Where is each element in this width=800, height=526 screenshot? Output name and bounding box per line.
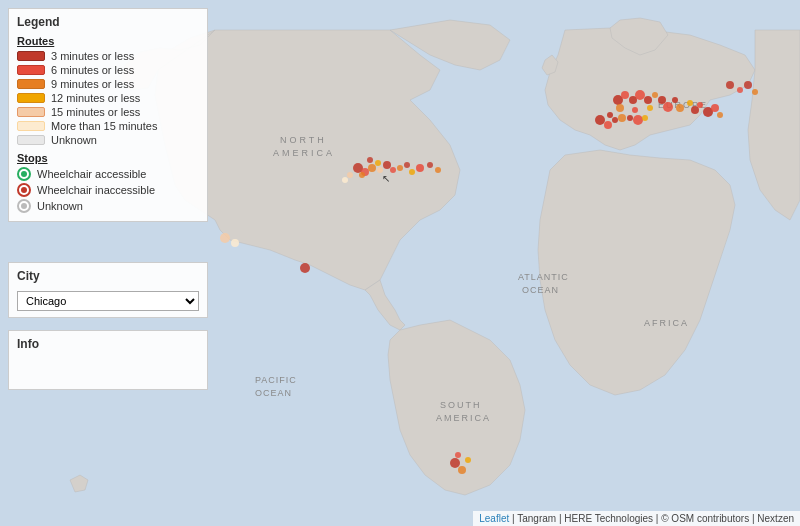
- route-9-label: 9 minutes or less: [51, 78, 134, 90]
- svg-point-43: [607, 112, 613, 118]
- stop-unknown-label: Unknown: [37, 200, 83, 212]
- svg-point-17: [220, 233, 230, 243]
- route-3-label: 3 minutes or less: [51, 50, 134, 62]
- route-more-icon: [17, 121, 45, 131]
- leaflet-link[interactable]: Leaflet: [479, 513, 509, 524]
- svg-point-10: [397, 165, 403, 171]
- route-6-label: 6 minutes or less: [51, 64, 134, 76]
- route-legend-9: 9 minutes or less: [17, 78, 199, 90]
- stop-accessible-icon: [17, 167, 31, 181]
- svg-point-4: [375, 160, 381, 166]
- route-12-icon: [17, 93, 45, 103]
- route-6-icon: [17, 65, 45, 75]
- svg-point-15: [435, 167, 441, 173]
- attribution-bar: Leaflet | Tangram | HERE Technologies | …: [473, 511, 800, 526]
- svg-point-13: [416, 164, 424, 172]
- stops-section-title: Stops: [17, 152, 199, 164]
- stop-inaccessible-legend: Wheelchair inaccessible: [17, 183, 199, 197]
- svg-point-19: [300, 263, 310, 273]
- svg-point-35: [691, 106, 699, 114]
- svg-point-40: [647, 105, 653, 111]
- city-select[interactable]: Chicago New York Los Angeles London Pari…: [17, 291, 199, 311]
- svg-point-56: [347, 172, 353, 178]
- svg-point-14: [427, 162, 433, 168]
- city-panel-title: City: [17, 269, 199, 283]
- svg-point-48: [627, 115, 633, 121]
- svg-point-21: [458, 466, 466, 474]
- svg-point-29: [652, 92, 658, 98]
- svg-point-45: [604, 121, 612, 129]
- svg-point-38: [711, 104, 719, 112]
- route-9-icon: [17, 79, 45, 89]
- legend-title: Legend: [17, 15, 199, 29]
- route-more-label: More than 15 minutes: [51, 120, 157, 132]
- svg-point-34: [687, 100, 693, 106]
- svg-point-52: [737, 87, 743, 93]
- svg-point-36: [697, 102, 703, 108]
- svg-point-30: [658, 96, 666, 104]
- svg-point-18: [231, 239, 239, 247]
- route-legend-more: More than 15 minutes: [17, 120, 199, 132]
- svg-point-50: [642, 115, 648, 121]
- stop-inaccessible-label: Wheelchair inaccessible: [37, 184, 155, 196]
- svg-point-8: [383, 161, 391, 169]
- svg-point-20: [450, 458, 460, 468]
- svg-point-12: [409, 169, 415, 175]
- route-unknown-icon: [17, 135, 45, 145]
- svg-point-3: [368, 164, 376, 172]
- svg-point-51: [726, 81, 734, 89]
- svg-point-41: [632, 107, 638, 113]
- svg-point-25: [621, 91, 629, 99]
- stop-unknown-legend: Unknown: [17, 199, 199, 213]
- route-12-label: 12 minutes or less: [51, 92, 140, 104]
- svg-point-5: [367, 157, 373, 163]
- svg-point-44: [595, 115, 605, 125]
- svg-point-42: [616, 104, 624, 112]
- svg-point-32: [672, 97, 678, 103]
- svg-point-28: [644, 96, 652, 104]
- route-legend-6: 6 minutes or less: [17, 64, 199, 76]
- route-15-label: 15 minutes or less: [51, 106, 140, 118]
- svg-point-33: [676, 104, 684, 112]
- info-panel-title: Info: [17, 337, 199, 351]
- stop-inaccessible-icon: [17, 183, 31, 197]
- routes-section-title: Routes: [17, 35, 199, 47]
- route-legend-3: 3 minutes or less: [17, 50, 199, 62]
- city-panel: City Chicago New York Los Angeles London…: [8, 262, 208, 318]
- svg-text:↖: ↖: [382, 173, 390, 184]
- svg-point-22: [465, 457, 471, 463]
- svg-point-9: [390, 167, 396, 173]
- info-panel: Info: [8, 330, 208, 390]
- stop-unknown-icon: [17, 199, 31, 213]
- svg-point-49: [633, 115, 643, 125]
- svg-point-47: [618, 114, 626, 122]
- svg-point-27: [635, 90, 645, 100]
- route-legend-15: 15 minutes or less: [17, 106, 199, 118]
- route-unknown-label: Unknown: [51, 134, 97, 146]
- legend-panel: Legend Routes 3 minutes or less 6 minute…: [8, 8, 208, 222]
- route-legend-12: 12 minutes or less: [17, 92, 199, 104]
- svg-point-11: [404, 162, 410, 168]
- route-3-icon: [17, 51, 45, 61]
- route-15-icon: [17, 107, 45, 117]
- route-legend-unknown: Unknown: [17, 134, 199, 146]
- stop-accessible-legend: Wheelchair accessible: [17, 167, 199, 181]
- svg-point-54: [752, 89, 758, 95]
- svg-point-6: [359, 172, 365, 178]
- svg-point-46: [612, 117, 618, 123]
- stop-accessible-label: Wheelchair accessible: [37, 168, 146, 180]
- svg-point-53: [744, 81, 752, 89]
- svg-point-55: [342, 177, 348, 183]
- svg-point-23: [455, 452, 461, 458]
- attribution-text: | Tangram | HERE Technologies | © OSM co…: [512, 513, 794, 524]
- svg-point-39: [717, 112, 723, 118]
- svg-point-31: [663, 102, 673, 112]
